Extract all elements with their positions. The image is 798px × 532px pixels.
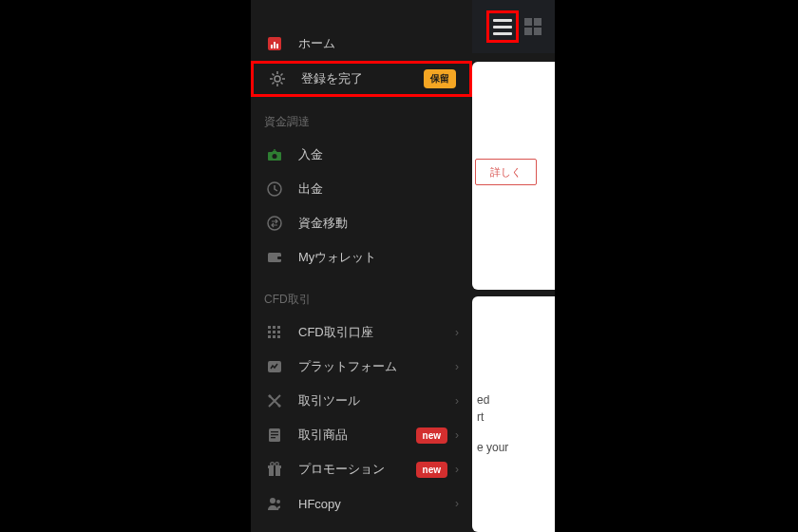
sidebar-item-label: Myウォレット xyxy=(298,249,459,266)
sidebar-item-label: 入金 xyxy=(298,146,459,163)
details-button[interactable]: 詳しく xyxy=(475,159,537,185)
svg-rect-25 xyxy=(271,434,278,435)
chevron-right-icon: › xyxy=(455,463,459,476)
sidebar-item-label: ホーム xyxy=(298,35,459,52)
new-badge: new xyxy=(416,428,447,444)
section-header-education: 教育関連 xyxy=(251,521,472,532)
sidebar-item-cfd-account[interactable]: CFD取引口座 › xyxy=(251,315,472,350)
gift-icon xyxy=(264,459,285,480)
sidebar-menu: ホーム 登録を完了 保留 資金調達 入金 出金 資金移動 Myウォレット CFD… xyxy=(251,17,472,532)
svg-rect-11 xyxy=(268,326,271,329)
chevron-right-icon: › xyxy=(455,497,459,510)
bg-text-2: rt xyxy=(477,408,484,426)
sidebar-item-label: HFcopy xyxy=(298,497,455,511)
svg-rect-1 xyxy=(271,45,273,48)
top-bar xyxy=(472,0,555,53)
svg-point-32 xyxy=(270,498,276,504)
gear-icon xyxy=(267,68,288,89)
sidebar-item-label: 取引ツール xyxy=(298,392,455,409)
svg-rect-14 xyxy=(268,331,271,333)
chart-icon xyxy=(264,356,285,377)
chevron-right-icon: › xyxy=(455,428,459,442)
wallet-icon xyxy=(264,247,285,268)
sidebar-item-label: プロモーション xyxy=(298,461,416,478)
sidebar-item-label: 取引商品 xyxy=(298,427,416,444)
chevron-right-icon: › xyxy=(455,394,459,408)
svg-rect-17 xyxy=(268,335,271,338)
withdraw-icon xyxy=(264,179,285,200)
svg-rect-3 xyxy=(276,44,278,48)
transfer-icon xyxy=(264,213,285,234)
svg-rect-24 xyxy=(271,431,278,432)
section-header-funds: 資金調達 xyxy=(251,97,472,138)
bg-text-3: e your xyxy=(477,439,508,456)
sidebar-item-label: 出金 xyxy=(298,180,459,198)
chevron-right-icon: › xyxy=(455,360,459,373)
sidebar-item-home[interactable]: ホーム xyxy=(251,27,472,61)
sidebar-item-wallet[interactable]: Myウォレット xyxy=(251,240,472,275)
svg-point-33 xyxy=(276,500,280,504)
svg-rect-13 xyxy=(277,326,280,329)
section-header-cfd: CFD取引 xyxy=(251,275,472,315)
grid-dots-icon xyxy=(264,322,285,343)
sidebar-item-promotion[interactable]: プロモーション new › xyxy=(251,452,472,486)
pending-badge: 保留 xyxy=(424,69,456,88)
svg-rect-16 xyxy=(277,331,280,333)
new-badge: new xyxy=(416,462,447,478)
sidebar-item-deposit[interactable]: 入金 xyxy=(251,138,472,172)
svg-rect-18 xyxy=(273,335,276,338)
svg-point-4 xyxy=(275,76,280,82)
tools-icon xyxy=(264,390,285,411)
svg-point-21 xyxy=(269,395,272,398)
deposit-icon xyxy=(264,144,285,165)
svg-point-22 xyxy=(278,405,281,408)
sidebar-item-label: CFD取引口座 xyxy=(298,324,455,341)
sidebar-item-tools[interactable]: 取引ツール › xyxy=(251,384,472,418)
sidebar-item-transfer[interactable]: 資金移動 xyxy=(251,206,472,240)
sidebar-item-hfcopy[interactable]: HFcopy › xyxy=(251,486,472,521)
chevron-right-icon: › xyxy=(455,326,459,339)
svg-rect-26 xyxy=(271,437,276,438)
svg-rect-12 xyxy=(273,326,276,329)
svg-rect-29 xyxy=(274,466,276,476)
svg-point-31 xyxy=(276,463,279,466)
svg-point-8 xyxy=(268,217,281,230)
sidebar-item-products[interactable]: 取引商品 new › xyxy=(251,418,472,452)
svg-rect-2 xyxy=(274,42,276,48)
home-icon xyxy=(264,33,285,54)
svg-rect-10 xyxy=(277,256,282,259)
svg-point-30 xyxy=(271,463,275,466)
background-card-2 xyxy=(472,296,555,532)
hamburger-icon[interactable] xyxy=(486,10,519,43)
sidebar-item-withdraw[interactable]: 出金 xyxy=(251,172,472,206)
document-icon xyxy=(264,425,285,446)
svg-point-6 xyxy=(273,154,277,159)
grid-view-icon[interactable] xyxy=(524,18,542,35)
svg-rect-19 xyxy=(277,335,280,338)
sidebar-item-label: プラットフォーム xyxy=(298,358,455,375)
sidebar-item-label: 登録を完了 xyxy=(301,70,424,87)
bg-text-1: ed xyxy=(477,391,489,408)
svg-rect-15 xyxy=(273,331,276,333)
sidebar-item-label: 資金移動 xyxy=(298,215,459,232)
people-icon xyxy=(264,493,285,514)
sidebar-item-platform[interactable]: プラットフォーム › xyxy=(251,350,472,384)
sidebar-item-register[interactable]: 登録を完了 保留 xyxy=(251,61,472,97)
